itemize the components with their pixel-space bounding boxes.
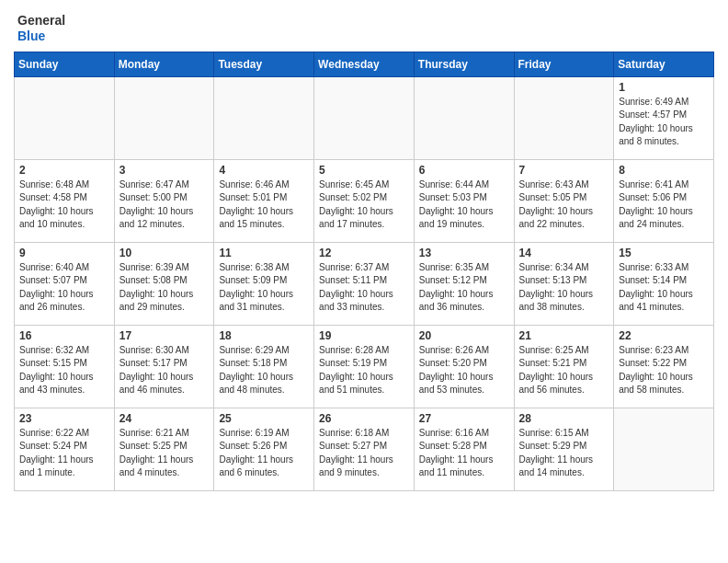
day-number: 6 — [419, 164, 509, 177]
weekday-header-tuesday: Tuesday — [214, 52, 314, 76]
calendar-cell: 18Sunrise: 6:29 AM Sunset: 5:18 PM Dayli… — [214, 325, 314, 408]
day-number: 10 — [119, 247, 210, 259]
calendar-cell — [214, 76, 314, 159]
calendar-week-1: 1Sunrise: 6:49 AM Sunset: 4:57 PM Daylig… — [15, 76, 714, 159]
day-number: 15 — [619, 247, 709, 259]
calendar-cell: 24Sunrise: 6:21 AM Sunset: 5:25 PM Dayli… — [114, 408, 214, 490]
calendar-cell: 6Sunrise: 6:44 AM Sunset: 5:03 PM Daylig… — [414, 159, 514, 242]
calendar-week-5: 23Sunrise: 6:22 AM Sunset: 5:24 PM Dayli… — [15, 408, 714, 490]
calendar-table: SundayMondayTuesdayWednesdayThursdayFrid… — [14, 52, 714, 491]
weekday-header-monday: Monday — [114, 52, 214, 76]
weekday-header-friday: Friday — [514, 52, 614, 76]
day-info: Sunrise: 6:33 AM Sunset: 5:14 PM Dayligh… — [619, 261, 709, 315]
day-info: Sunrise: 6:26 AM Sunset: 5:20 PM Dayligh… — [419, 344, 509, 397]
day-number: 17 — [119, 329, 210, 342]
calendar-cell — [414, 76, 514, 159]
day-number: 9 — [19, 247, 109, 259]
calendar-cell: 8Sunrise: 6:41 AM Sunset: 5:06 PM Daylig… — [614, 159, 714, 242]
day-number: 25 — [219, 412, 309, 425]
day-info: Sunrise: 6:21 AM Sunset: 5:25 PM Dayligh… — [119, 427, 210, 480]
day-info: Sunrise: 6:29 AM Sunset: 5:18 PM Dayligh… — [219, 344, 309, 397]
day-number: 12 — [319, 247, 409, 259]
day-info: Sunrise: 6:23 AM Sunset: 5:22 PM Dayligh… — [619, 344, 709, 397]
day-number: 19 — [319, 329, 409, 342]
calendar-cell — [514, 76, 614, 159]
day-info: Sunrise: 6:40 AM Sunset: 5:07 PM Dayligh… — [19, 261, 109, 315]
day-info: Sunrise: 6:30 AM Sunset: 5:17 PM Dayligh… — [119, 344, 210, 397]
logo: GeneralBlue — [14, 13, 65, 44]
day-info: Sunrise: 6:15 AM Sunset: 5:29 PM Dayligh… — [519, 427, 609, 480]
calendar-cell: 20Sunrise: 6:26 AM Sunset: 5:20 PM Dayli… — [414, 325, 514, 408]
calendar-cell: 28Sunrise: 6:15 AM Sunset: 5:29 PM Dayli… — [514, 408, 614, 490]
calendar-cell: 26Sunrise: 6:18 AM Sunset: 5:27 PM Dayli… — [314, 408, 415, 490]
calendar-cell: 19Sunrise: 6:28 AM Sunset: 5:19 PM Dayli… — [314, 325, 415, 408]
calendar-week-4: 16Sunrise: 6:32 AM Sunset: 5:15 PM Dayli… — [15, 325, 714, 408]
day-number: 23 — [19, 412, 109, 425]
calendar-cell: 27Sunrise: 6:16 AM Sunset: 5:28 PM Dayli… — [414, 408, 514, 490]
day-number: 28 — [519, 412, 609, 425]
day-info: Sunrise: 6:22 AM Sunset: 5:24 PM Dayligh… — [19, 427, 109, 480]
day-info: Sunrise: 6:25 AM Sunset: 5:21 PM Dayligh… — [519, 344, 609, 397]
calendar-cell — [314, 76, 415, 159]
day-info: Sunrise: 6:19 AM Sunset: 5:26 PM Dayligh… — [219, 427, 309, 480]
calendar-cell: 5Sunrise: 6:45 AM Sunset: 5:02 PM Daylig… — [314, 159, 415, 242]
calendar-cell: 16Sunrise: 6:32 AM Sunset: 5:15 PM Dayli… — [15, 325, 115, 408]
day-info: Sunrise: 6:37 AM Sunset: 5:11 PM Dayligh… — [319, 261, 409, 315]
calendar-cell: 2Sunrise: 6:48 AM Sunset: 4:58 PM Daylig… — [15, 159, 115, 242]
calendar-cell — [614, 408, 714, 490]
day-info: Sunrise: 6:41 AM Sunset: 5:06 PM Dayligh… — [619, 178, 709, 232]
day-info: Sunrise: 6:49 AM Sunset: 4:57 PM Dayligh… — [619, 96, 709, 149]
weekday-header-row: SundayMondayTuesdayWednesdayThursdayFrid… — [15, 52, 714, 76]
calendar-cell: 12Sunrise: 6:37 AM Sunset: 5:11 PM Dayli… — [314, 242, 415, 325]
calendar-cell: 23Sunrise: 6:22 AM Sunset: 5:24 PM Dayli… — [15, 408, 115, 490]
calendar-cell: 21Sunrise: 6:25 AM Sunset: 5:21 PM Dayli… — [514, 325, 614, 408]
calendar-cell: 7Sunrise: 6:43 AM Sunset: 5:05 PM Daylig… — [514, 159, 614, 242]
calendar-cell: 17Sunrise: 6:30 AM Sunset: 5:17 PM Dayli… — [114, 325, 214, 408]
calendar-cell: 3Sunrise: 6:47 AM Sunset: 5:00 PM Daylig… — [114, 159, 214, 242]
weekday-header-saturday: Saturday — [614, 52, 714, 76]
logo-text: GeneralBlue — [17, 13, 65, 44]
day-info: Sunrise: 6:48 AM Sunset: 4:58 PM Dayligh… — [19, 178, 109, 232]
day-info: Sunrise: 6:44 AM Sunset: 5:03 PM Dayligh… — [419, 178, 509, 232]
day-number: 2 — [19, 164, 109, 177]
calendar-cell: 14Sunrise: 6:34 AM Sunset: 5:13 PM Dayli… — [514, 242, 614, 325]
day-info: Sunrise: 6:39 AM Sunset: 5:08 PM Dayligh… — [119, 261, 210, 315]
day-number: 24 — [119, 412, 210, 425]
day-info: Sunrise: 6:32 AM Sunset: 5:15 PM Dayligh… — [19, 344, 109, 397]
calendar-cell: 25Sunrise: 6:19 AM Sunset: 5:26 PM Dayli… — [214, 408, 314, 490]
day-number: 4 — [219, 164, 309, 177]
calendar-cell: 1Sunrise: 6:49 AM Sunset: 4:57 PM Daylig… — [614, 76, 714, 159]
day-number: 8 — [619, 164, 709, 177]
calendar-cell — [15, 76, 115, 159]
day-number: 1 — [619, 81, 709, 94]
weekday-header-wednesday: Wednesday — [314, 52, 415, 76]
day-number: 27 — [419, 412, 509, 425]
day-number: 13 — [419, 247, 509, 259]
day-number: 22 — [619, 329, 709, 342]
day-number: 20 — [419, 329, 509, 342]
calendar-cell: 10Sunrise: 6:39 AM Sunset: 5:08 PM Dayli… — [114, 242, 214, 325]
calendar-header: SundayMondayTuesdayWednesdayThursdayFrid… — [15, 52, 714, 76]
day-number: 11 — [219, 247, 309, 259]
day-info: Sunrise: 6:35 AM Sunset: 5:12 PM Dayligh… — [419, 261, 509, 315]
day-info: Sunrise: 6:28 AM Sunset: 5:19 PM Dayligh… — [319, 344, 409, 397]
day-info: Sunrise: 6:38 AM Sunset: 5:09 PM Dayligh… — [219, 261, 309, 315]
calendar-cell: 15Sunrise: 6:33 AM Sunset: 5:14 PM Dayli… — [614, 242, 714, 325]
page-header: GeneralBlue — [14, 13, 714, 44]
day-info: Sunrise: 6:18 AM Sunset: 5:27 PM Dayligh… — [319, 427, 409, 480]
day-info: Sunrise: 6:47 AM Sunset: 5:00 PM Dayligh… — [119, 178, 210, 232]
day-number: 18 — [219, 329, 309, 342]
weekday-header-thursday: Thursday — [414, 52, 514, 76]
day-number: 16 — [19, 329, 109, 342]
day-number: 26 — [319, 412, 409, 425]
day-number: 14 — [519, 247, 609, 259]
day-number: 5 — [319, 164, 409, 177]
calendar-cell: 9Sunrise: 6:40 AM Sunset: 5:07 PM Daylig… — [15, 242, 115, 325]
day-info: Sunrise: 6:45 AM Sunset: 5:02 PM Dayligh… — [319, 178, 409, 232]
calendar-cell: 22Sunrise: 6:23 AM Sunset: 5:22 PM Dayli… — [614, 325, 714, 408]
day-number: 7 — [519, 164, 609, 177]
weekday-header-sunday: Sunday — [15, 52, 115, 76]
calendar-cell — [114, 76, 214, 159]
day-number: 21 — [519, 329, 609, 342]
day-number: 3 — [119, 164, 210, 177]
